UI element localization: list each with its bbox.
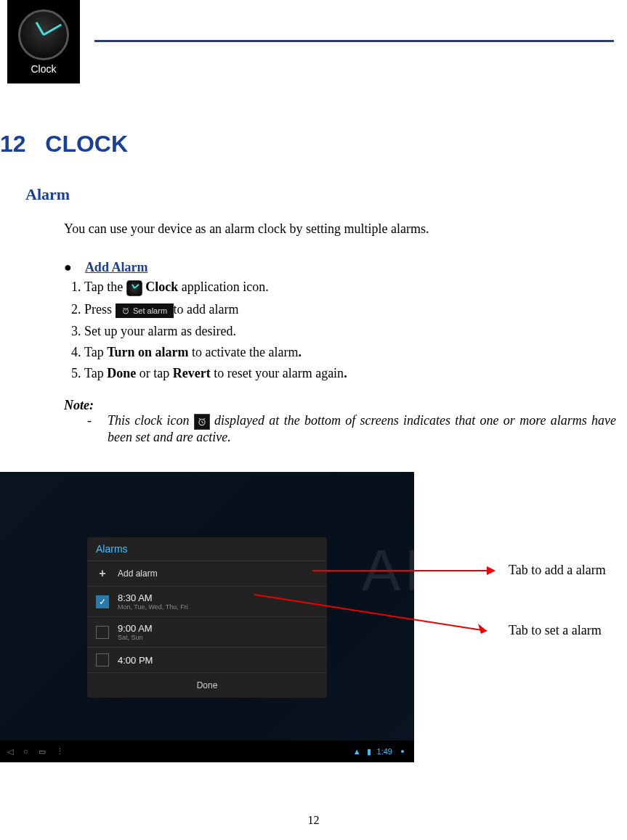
svg-line-7 [199,418,201,419]
callout-arrow-1 [312,570,494,571]
clock-icon [126,280,142,296]
alarm-row-2[interactable]: 4:00 PM [87,648,327,673]
recent-icon[interactable]: ▭ [39,747,46,757]
done-button[interactable]: Done [87,673,327,698]
alarm-checkbox[interactable]: ✓ [96,595,109,608]
back-icon[interactable]: ◁ [7,747,13,757]
chapter-title: 12 CLOCK [0,131,128,158]
home-icon[interactable]: ○ [23,747,28,757]
menu-icon[interactable]: ⋮ [56,747,64,757]
note-block: Note: - This clock icon displayed at the… [64,398,616,445]
step-2: Press Set alarm to add alarm [71,302,347,318]
svg-line-10 [254,595,487,631]
add-alarm-row[interactable]: + Add alarm [87,561,327,587]
svg-line-8 [203,418,205,419]
svg-marker-11 [478,624,487,634]
callout-text-1: Tab to add a alarm [509,563,625,578]
section-title: Alarm [25,185,70,204]
alarms-panel-title: Alarms [87,537,327,561]
alarm-days: Mon, Tue, Wed, Thu, Fri [118,603,188,611]
svg-line-3 [127,308,129,309]
step-5: Tap Done or tap Revert to reset your ala… [71,366,347,381]
alarm-time: 8:30 AM [118,592,188,603]
page-number: 12 [0,814,627,827]
bullet-add-alarm: ● Add Alarm [64,260,147,275]
chapter-name: CLOCK [45,131,128,157]
chapter-number: 12 [0,131,26,157]
set-alarm-icon: Set alarm [116,303,174,318]
alarm-days: Sat, Sun [118,634,153,641]
step-1: Tap the Clock application icon. [71,280,347,296]
alarm-checkbox[interactable] [96,653,109,666]
clock-face-icon [18,9,69,60]
add-alarm-label: Add alarm [118,568,158,579]
bullet-label: Add Alarm [85,260,148,275]
header-divider [94,40,614,42]
plus-icon: + [96,567,109,580]
battery-icon: ▮ [367,747,371,757]
alarm-time: 9:00 AM [118,623,153,634]
settings-icon [398,747,407,756]
note-label: Note: [64,398,94,412]
steps-list: Tap the Clock application icon. Press Se… [71,280,347,387]
system-navbar: ◁ ○ ▭ ⋮ ▲ ▮ 1:49 [0,741,414,762]
svg-point-9 [401,750,404,753]
page-header: Clock [0,0,627,83]
callout-text-2: Tab to set a alarm [509,623,603,638]
clock-app-icon: Clock [7,0,80,83]
svg-line-2 [123,308,124,309]
note-dash: - [87,413,92,428]
bullet-icon: ● [64,260,72,275]
svg-line-6 [202,422,203,423]
alarm-checkbox[interactable] [96,626,109,639]
clock-app-label: Clock [31,63,56,75]
step-3: Set up your alarm as desired. [71,324,347,339]
alarm-time: 4:00 PM [118,655,153,666]
wifi-icon: ▲ [353,747,361,756]
section-intro: You can use your device as an alarm cloc… [64,221,429,237]
callout-arrow-2 [254,595,494,635]
alarm-status-icon [194,414,210,430]
navbar-time: 1:49 [377,747,392,756]
step-4: Tap Turn on alarm to activate the alarm. [71,345,347,360]
